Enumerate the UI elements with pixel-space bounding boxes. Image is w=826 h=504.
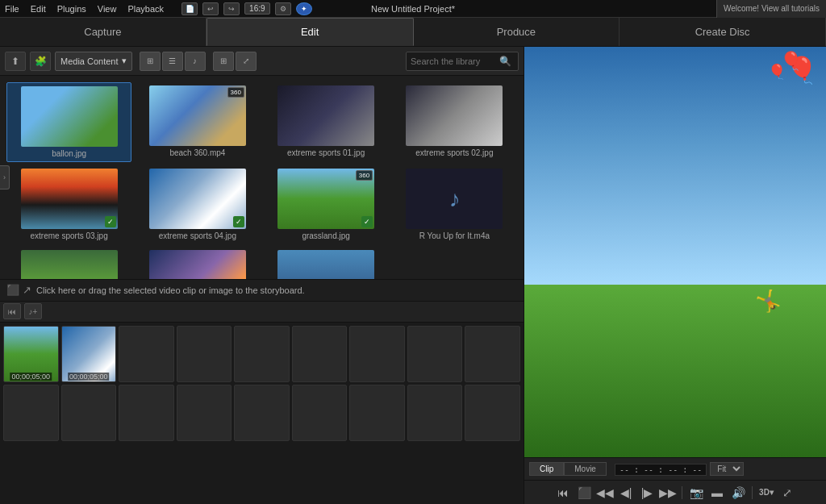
- stop-btn[interactable]: ⬛: [575, 484, 593, 502]
- list-view-btn[interactable]: ☰: [162, 52, 183, 71]
- right-panel: 🎈 🎈 🎈 🤸 Clip Movie -- : -- : -- : -- Fit: [524, 47, 826, 504]
- menu-file[interactable]: File: [5, 4, 19, 14]
- timeline-add-music-btn[interactable]: ♪+: [24, 303, 42, 319]
- story-cell[interactable]: [61, 385, 117, 441]
- story-cell[interactable]: [407, 326, 463, 382]
- timeline-start-btn[interactable]: ⏮: [3, 303, 21, 319]
- story-cell[interactable]: [407, 385, 463, 441]
- fast-forward-btn[interactable]: ▶▶: [659, 484, 677, 502]
- media-filename: extreme sports 02.jpg: [415, 148, 493, 157]
- storyboard-row: [3, 385, 520, 441]
- timeline-area: ⏮ ♪+ 00;00;05;00 00;00;05;00: [0, 302, 524, 505]
- media-item[interactable]: extreme sports 01.jpg: [264, 82, 389, 162]
- storyboard-add-icon: ↗: [23, 284, 31, 296]
- story-cell[interactable]: [234, 385, 290, 441]
- search-input[interactable]: [411, 56, 499, 66]
- media-filename: extreme sports 01.jpg: [287, 148, 365, 157]
- story-cell[interactable]: [292, 326, 348, 382]
- library-toolbar: ⬆ 🧩 Media Content ▾ ⊞ ☰ ♪ ⊞ ⤢ 🔍: [0, 47, 524, 76]
- main-area: ⬆ 🧩 Media Content ▾ ⊞ ☰ ♪ ⊞ ⤢ 🔍 ›: [0, 47, 826, 504]
- step-back-btn[interactable]: ◀|: [617, 484, 635, 502]
- story-cell[interactable]: [292, 385, 348, 441]
- media-item[interactable]: ✓ extreme sports 04.jpg: [135, 165, 260, 244]
- story-cell[interactable]: [349, 326, 405, 382]
- tab-capture[interactable]: Capture: [0, 18, 206, 46]
- media-item[interactable]: extreme sports 02.jpg: [392, 82, 517, 162]
- story-cell[interactable]: [177, 326, 232, 382]
- fullscreen-btn[interactable]: ⤢: [778, 484, 796, 502]
- media-item[interactable]: ✓ extreme sports 03.jpg: [6, 165, 131, 244]
- timeline-toolbar: ⏮ ♪+: [0, 302, 524, 323]
- timeline-toggle-btn[interactable]: ▬: [708, 484, 726, 502]
- media-filename: R You Up for It.m4a: [419, 231, 490, 240]
- 3d-btn[interactable]: 3D▾: [757, 484, 775, 502]
- story-cell[interactable]: [119, 326, 174, 382]
- profile-icon[interactable]: ✦: [296, 2, 312, 15]
- music-filter-btn[interactable]: ♪: [185, 52, 206, 71]
- thumbnail-view-btn[interactable]: ⊞: [140, 52, 161, 71]
- volume-btn[interactable]: 🔊: [729, 484, 747, 502]
- story-cell[interactable]: [3, 385, 59, 441]
- story-cell[interactable]: [234, 326, 290, 382]
- clip-movie-tabs: Clip Movie: [529, 462, 607, 476]
- movie-tab[interactable]: Movie: [564, 462, 607, 476]
- nav-tabs: Capture Edit Produce Create Disc: [0, 18, 826, 47]
- clip-tab[interactable]: Clip: [529, 462, 564, 476]
- preview-controls: Clip Movie -- : -- : -- : -- Fit: [524, 457, 826, 480]
- media-filename: extreme sports 04.jpg: [159, 231, 236, 240]
- media-type-dropdown[interactable]: Media Content ▾: [55, 52, 132, 71]
- media-item[interactable]: [6, 247, 131, 279]
- new-project-icon[interactable]: 📄: [181, 2, 198, 15]
- check-badge: ✓: [105, 216, 116, 227]
- storyboard-row: 00;00;05;00 00;00;05;00: [3, 326, 520, 382]
- expand-panel-btn[interactable]: ›: [0, 165, 10, 190]
- media-item[interactable]: [135, 247, 260, 279]
- step-forward-btn[interactable]: |▶: [638, 484, 656, 502]
- playback-controls: ⏮ ⬛ ◀◀ ◀| |▶ ▶▶ 📷 ▬ 🔊 3D▾ ⤢: [524, 480, 826, 504]
- story-cell[interactable]: [465, 385, 520, 441]
- music-note-icon: ♪: [448, 186, 460, 212]
- storyboard-hint: ⬛ ↗ Click here or drag the selected vide…: [0, 279, 524, 302]
- redo-icon[interactable]: ↪: [223, 2, 240, 15]
- expand-view-btn[interactable]: ⤢: [236, 52, 257, 71]
- grid-btn[interactable]: ⊞: [213, 52, 234, 71]
- separator: [682, 486, 682, 499]
- tab-edit[interactable]: Edit: [206, 18, 414, 46]
- check-badge: ✓: [233, 216, 244, 227]
- story-cell[interactable]: [349, 385, 405, 441]
- import-button[interactable]: ⬆: [5, 52, 26, 71]
- media-item[interactable]: 360 beach 360.mp4: [135, 82, 260, 162]
- timecode: -- : -- : -- : --: [615, 464, 707, 476]
- media-item[interactable]: ♪ R You Up for It.m4a: [392, 165, 517, 244]
- menu-playback[interactable]: Playback: [127, 4, 164, 14]
- media-item[interactable]: ballon.jpg: [6, 82, 131, 162]
- story-cell[interactable]: [177, 385, 232, 441]
- project-title: New Untitled Project*: [371, 4, 455, 14]
- menu-view[interactable]: View: [98, 4, 117, 14]
- fit-dropdown[interactable]: Fit: [710, 462, 744, 476]
- settings-icon[interactable]: ⚙: [275, 2, 291, 15]
- story-timestamp: 00;00;05;00: [68, 373, 110, 381]
- menu-plugins[interactable]: Plugins: [57, 4, 86, 14]
- undo-icon[interactable]: ↩: [202, 2, 219, 15]
- media-filename: extreme sports 03.jpg: [31, 231, 108, 240]
- tab-create-disc[interactable]: Create Disc: [620, 18, 826, 46]
- rewind-btn[interactable]: ◀◀: [596, 484, 614, 502]
- welcome-button[interactable]: Welcome! View all tutorials: [716, 0, 826, 18]
- tab-produce[interactable]: Produce: [414, 18, 620, 46]
- search-icon[interactable]: 🔍: [499, 56, 511, 67]
- story-cell[interactable]: 00;00;05;00: [61, 326, 117, 382]
- media-item[interactable]: 360 ✓ grassland.jpg: [264, 165, 389, 244]
- story-cell[interactable]: [119, 385, 174, 441]
- puzzle-icon[interactable]: 🧩: [30, 52, 51, 71]
- media-filename: grassland.jpg: [302, 231, 349, 240]
- story-cell[interactable]: [465, 326, 520, 382]
- menu-edit[interactable]: Edit: [31, 4, 46, 14]
- snapshot-btn[interactable]: 📷: [687, 484, 705, 502]
- menu-bar: File Edit Plugins View Playback 📄 ↩ ↪ 16…: [0, 0, 826, 18]
- media-item[interactable]: [264, 247, 389, 279]
- check-badge: ✓: [361, 216, 373, 227]
- aspect-ratio-badge[interactable]: 16:9: [244, 2, 269, 15]
- story-cell[interactable]: 00;00;05;00: [3, 326, 59, 382]
- play-to-start-btn[interactable]: ⏮: [554, 484, 572, 502]
